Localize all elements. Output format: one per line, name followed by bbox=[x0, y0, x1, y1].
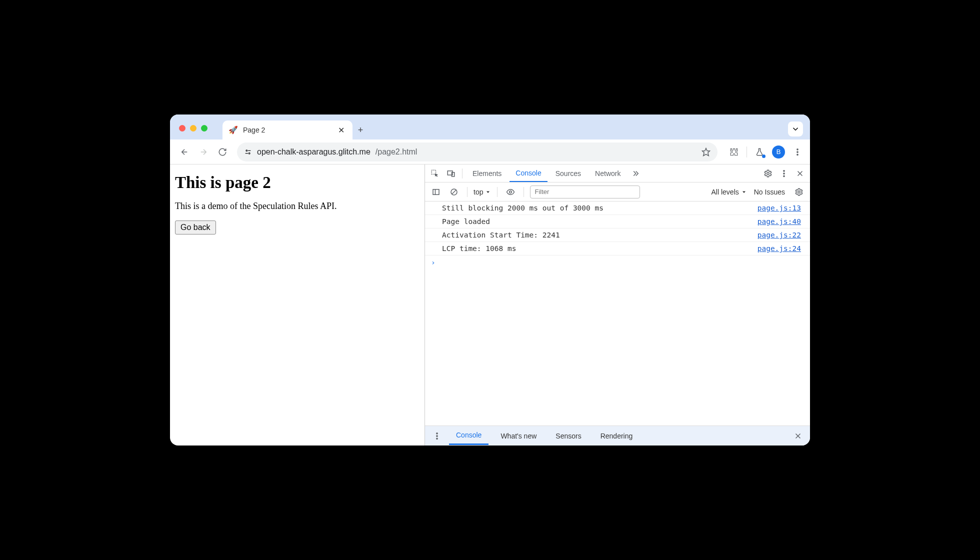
log-message: LCP time: 1068 ms bbox=[442, 244, 758, 252]
sidebar-icon bbox=[432, 188, 440, 196]
more-tabs-button[interactable] bbox=[628, 166, 642, 180]
log-source-link[interactable]: page.js:13 bbox=[758, 204, 801, 212]
labs-button[interactable] bbox=[754, 146, 765, 158]
url-path: /page2.html bbox=[376, 148, 418, 156]
svg-marker-23 bbox=[486, 191, 490, 193]
drawer-tab-console[interactable]: Console bbox=[449, 426, 488, 445]
profile-avatar[interactable]: B bbox=[772, 146, 785, 158]
svg-point-24 bbox=[510, 190, 512, 193]
toolbar-divider bbox=[746, 146, 747, 158]
device-toolbar-button[interactable] bbox=[444, 166, 458, 180]
console-settings-button[interactable] bbox=[792, 185, 806, 199]
console-log-row: Page loaded page.js:40 bbox=[425, 215, 810, 228]
arrow-left-icon bbox=[180, 148, 189, 156]
svg-rect-19 bbox=[433, 189, 439, 194]
avatar-letter: B bbox=[776, 148, 781, 156]
console-toolbar: top All levels No Issues bbox=[425, 182, 810, 202]
tab-title: Page 2 bbox=[243, 126, 331, 134]
bookmark-star-icon[interactable] bbox=[702, 148, 710, 156]
drawer-tab-rendering[interactable]: Rendering bbox=[594, 428, 640, 444]
devtools-drawer: Console What's new Sensors Rendering bbox=[425, 426, 810, 446]
console-prompt[interactable]: › bbox=[425, 256, 810, 270]
clear-console-button[interactable] bbox=[447, 185, 461, 199]
reload-button[interactable] bbox=[215, 144, 230, 160]
new-tab-button[interactable]: + bbox=[352, 120, 368, 140]
svg-point-16 bbox=[784, 176, 784, 176]
browser-menu-button[interactable] bbox=[792, 146, 803, 158]
kebab-icon bbox=[432, 432, 442, 440]
rendered-page: This is page 2 This is a demo of the Spe… bbox=[170, 164, 425, 446]
reload-icon bbox=[218, 148, 227, 156]
url-host: open-chalk-asparagus.glitch.me bbox=[257, 148, 370, 156]
caret-down-icon bbox=[741, 189, 747, 195]
close-icon bbox=[796, 169, 804, 178]
svg-point-14 bbox=[784, 170, 784, 171]
close-window-button[interactable] bbox=[179, 125, 186, 132]
back-button[interactable] bbox=[177, 144, 192, 160]
live-expression-button[interactable] bbox=[504, 185, 518, 199]
tab-close-button[interactable]: ✕ bbox=[336, 124, 346, 136]
log-source-link[interactable]: page.js:24 bbox=[758, 244, 801, 252]
tab-strip: 🚀 Page 2 ✕ + bbox=[170, 114, 810, 140]
address-bar[interactable]: open-chalk-asparagus.glitch.me/page2.htm… bbox=[237, 142, 718, 162]
drawer-menu-button[interactable] bbox=[430, 429, 444, 443]
go-back-button[interactable]: Go back bbox=[175, 220, 216, 234]
svg-marker-25 bbox=[742, 191, 746, 193]
log-source-link[interactable]: page.js:40 bbox=[758, 218, 801, 226]
fullscreen-window-button[interactable] bbox=[201, 125, 208, 132]
extensions-button[interactable] bbox=[728, 146, 740, 158]
inspect-icon bbox=[430, 169, 440, 178]
log-message: Activation Start Time: 2241 bbox=[442, 231, 758, 239]
site-settings-icon[interactable] bbox=[244, 148, 252, 156]
tab-sources[interactable]: Sources bbox=[550, 166, 587, 182]
tab-search-button[interactable] bbox=[788, 122, 803, 136]
labs-notification-dot bbox=[762, 154, 766, 158]
devtools-tabstrip: Elements Console Sources Network bbox=[425, 164, 810, 182]
eye-icon bbox=[506, 188, 515, 196]
tab-elements[interactable]: Elements bbox=[466, 166, 508, 182]
forward-button[interactable] bbox=[196, 144, 211, 160]
devtools-panel: Elements Console Sources Network bbox=[425, 164, 810, 446]
issues-indicator[interactable]: No Issues bbox=[754, 188, 785, 196]
svg-point-2 bbox=[246, 150, 248, 152]
log-message: Still blocking 2000 ms out of 3000 ms bbox=[442, 204, 758, 212]
svg-point-4 bbox=[248, 152, 250, 154]
browser-tab[interactable]: 🚀 Page 2 ✕ bbox=[222, 120, 352, 140]
close-icon bbox=[794, 432, 802, 440]
minimize-window-button[interactable] bbox=[190, 125, 196, 132]
drawer-tab-whatsnew[interactable]: What's new bbox=[494, 428, 544, 444]
svg-point-27 bbox=[436, 432, 438, 434]
page-heading: This is page 2 bbox=[175, 174, 420, 192]
filter-input[interactable] bbox=[530, 186, 640, 198]
devtools-menu-button[interactable] bbox=[777, 166, 791, 180]
console-log-row: Still blocking 2000 ms out of 3000 ms pa… bbox=[425, 202, 810, 215]
tab-console[interactable]: Console bbox=[510, 165, 547, 182]
drawer-tab-sensors[interactable]: Sensors bbox=[548, 428, 588, 444]
drawer-close-button[interactable] bbox=[791, 429, 805, 443]
log-message: Page loaded bbox=[442, 218, 758, 226]
inspect-element-button[interactable] bbox=[428, 166, 442, 180]
ban-icon bbox=[450, 188, 458, 196]
log-source-link[interactable]: page.js:22 bbox=[758, 231, 801, 239]
svg-point-15 bbox=[784, 172, 784, 174]
chevron-down-icon bbox=[791, 124, 800, 134]
devices-icon bbox=[446, 169, 456, 178]
toggle-sidebar-button[interactable] bbox=[429, 185, 443, 199]
separator bbox=[497, 187, 498, 197]
svg-point-29 bbox=[436, 438, 438, 439]
kebab-icon bbox=[793, 148, 802, 156]
separator bbox=[524, 187, 524, 197]
browser-window: 🚀 Page 2 ✕ + open-chalk-asparagus.glitch… bbox=[170, 114, 810, 446]
tab-network[interactable]: Network bbox=[589, 166, 626, 182]
console-log-row: Activation Start Time: 2241 page.js:22 bbox=[425, 228, 810, 242]
levels-label: All levels bbox=[712, 188, 739, 196]
devtools-close-button[interactable] bbox=[793, 166, 807, 180]
log-levels-selector[interactable]: All levels bbox=[712, 188, 747, 196]
chevrons-right-icon bbox=[631, 169, 640, 178]
svg-point-28 bbox=[436, 435, 438, 436]
context-selector[interactable]: top bbox=[474, 188, 491, 196]
separator bbox=[462, 168, 462, 178]
separator bbox=[467, 187, 468, 197]
devtools-settings-button[interactable] bbox=[761, 166, 775, 180]
kebab-icon bbox=[780, 169, 788, 178]
